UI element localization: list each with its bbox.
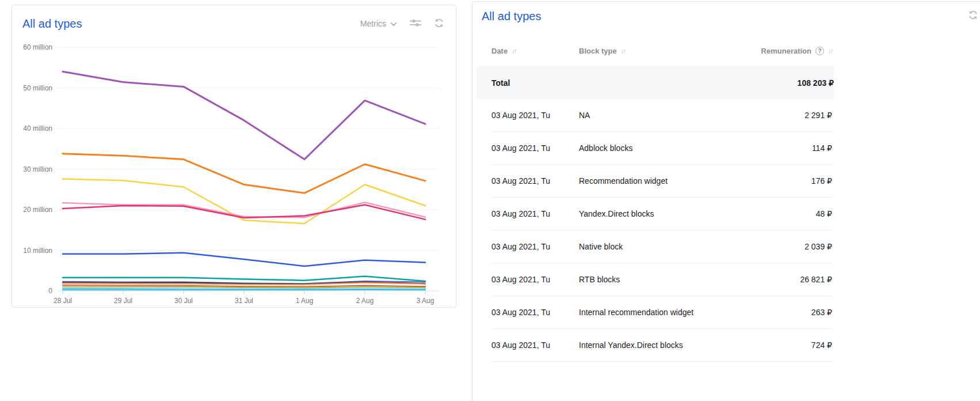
table-row: 03 Aug 2021, Tu Yandex.Direct blocks 48 … bbox=[491, 198, 832, 230]
table-refresh-button[interactable] bbox=[968, 10, 978, 22]
svg-text:10 million: 10 million bbox=[23, 247, 52, 255]
svg-text:3 Aug: 3 Aug bbox=[417, 297, 434, 305]
cell-date: 03 Aug 2021, Tu bbox=[491, 111, 579, 120]
table-row: 03 Aug 2021, Tu RTB blocks 26 821 ₽ bbox=[491, 263, 832, 296]
cell-date: 03 Aug 2021, Tu bbox=[491, 341, 579, 350]
svg-text:50 million: 50 million bbox=[23, 84, 52, 92]
svg-text:20 million: 20 million bbox=[23, 206, 52, 214]
svg-text:1 Aug: 1 Aug bbox=[296, 297, 314, 305]
sort-icon: ↓↑ bbox=[828, 47, 832, 54]
svg-text:2 Aug: 2 Aug bbox=[356, 297, 374, 305]
cell-block-type: Adblock blocks bbox=[579, 143, 711, 153]
line-chart[interactable]: 010 million20 million30 million40 millio… bbox=[12, 36, 456, 307]
cell-block-type: Yandex.Direct blocks bbox=[579, 209, 711, 218]
column-header-block-type[interactable]: Block type ↓↑ bbox=[579, 47, 711, 55]
table-card-title: All ad types bbox=[482, 10, 541, 23]
cell-block-type: NA bbox=[579, 111, 711, 120]
cell-date: 03 Aug 2021, Tu bbox=[491, 275, 579, 284]
metrics-dropdown[interactable]: Metrics bbox=[360, 19, 397, 28]
chart-settings-button[interactable] bbox=[410, 18, 421, 29]
cell-remuneration: 263 ₽ bbox=[711, 308, 832, 317]
cell-block-type: Internal recommendation widget bbox=[579, 308, 711, 317]
cell-remuneration: 26 821 ₽ bbox=[711, 275, 832, 284]
cell-remuneration: 2 039 ₽ bbox=[711, 242, 832, 251]
help-icon[interactable]: ? bbox=[815, 47, 824, 55]
chart-card-title: All ad types bbox=[22, 17, 82, 31]
cell-block-type: RTB blocks bbox=[579, 275, 711, 284]
table-card: All ad types Date ↓↑ Block type ↓↑ Remun… bbox=[472, 1, 980, 401]
sliders-icon bbox=[410, 18, 421, 29]
svg-text:40 million: 40 million bbox=[23, 124, 52, 133]
metrics-dropdown-label: Metrics bbox=[360, 19, 386, 28]
column-header-date[interactable]: Date ↓↑ bbox=[491, 47, 579, 55]
refresh-icon bbox=[968, 10, 978, 22]
table-header-row: Date ↓↑ Block type ↓↑ Remuneration ? ↓↑ bbox=[491, 35, 832, 66]
refresh-icon bbox=[434, 18, 444, 30]
svg-text:29 Jul: 29 Jul bbox=[114, 297, 132, 305]
chart-card: All ad types Metrics bbox=[12, 5, 456, 308]
chart-card-header: All ad types Metrics bbox=[12, 5, 456, 36]
cell-block-type: Internal Yandex.Direct blocks bbox=[579, 341, 711, 350]
svg-text:30 million: 30 million bbox=[23, 165, 52, 173]
cell-remuneration: 2 291 ₽ bbox=[711, 111, 832, 120]
cell-remuneration: 176 ₽ bbox=[711, 176, 832, 186]
table-row: 03 Aug 2021, Tu NA 2 291 ₽ bbox=[491, 99, 832, 132]
sort-icon: ↓↑ bbox=[512, 47, 516, 54]
table-row: 03 Aug 2021, Tu Internal Yandex.Direct b… bbox=[491, 329, 832, 362]
sort-icon: ↓↑ bbox=[621, 47, 625, 54]
total-label: Total bbox=[491, 78, 579, 88]
cell-date: 03 Aug 2021, Tu bbox=[491, 308, 579, 317]
cell-date: 03 Aug 2021, Tu bbox=[491, 143, 579, 153]
chart-refresh-button[interactable] bbox=[434, 18, 444, 30]
total-remuneration: 108 203 ₽ bbox=[713, 78, 834, 88]
table-row: 03 Aug 2021, Tu Native block 2 039 ₽ bbox=[491, 230, 832, 263]
cell-remuneration: 48 ₽ bbox=[711, 209, 832, 218]
cell-date: 03 Aug 2021, Tu bbox=[491, 209, 579, 218]
cell-block-type: Recommendation widget bbox=[579, 176, 711, 186]
svg-text:30 Jul: 30 Jul bbox=[174, 297, 193, 305]
column-header-remuneration[interactable]: Remuneration ? ↓↑ bbox=[711, 47, 832, 55]
cell-remuneration: 114 ₽ bbox=[711, 143, 832, 153]
chevron-down-icon bbox=[390, 19, 397, 28]
remuneration-table: Date ↓↑ Block type ↓↑ Remuneration ? ↓↑ … bbox=[491, 35, 832, 362]
cell-date: 03 Aug 2021, Tu bbox=[491, 176, 579, 186]
cell-remuneration: 724 ₽ bbox=[711, 341, 832, 350]
table-row: 03 Aug 2021, Tu Internal recommendation … bbox=[491, 296, 832, 329]
svg-text:28 Jul: 28 Jul bbox=[54, 297, 72, 305]
chart-controls: Metrics bbox=[360, 18, 444, 30]
table-total-row: Total 108 203 ₽ bbox=[476, 66, 834, 99]
svg-text:0: 0 bbox=[48, 287, 52, 295]
svg-text:31 Jul: 31 Jul bbox=[235, 297, 253, 305]
svg-text:60 million: 60 million bbox=[23, 43, 52, 51]
table-row: 03 Aug 2021, Tu Adblock blocks 114 ₽ bbox=[491, 132, 832, 165]
cell-block-type: Native block bbox=[579, 242, 711, 251]
table-row: 03 Aug 2021, Tu Recommendation widget 17… bbox=[491, 165, 832, 198]
cell-date: 03 Aug 2021, Tu bbox=[491, 242, 579, 251]
